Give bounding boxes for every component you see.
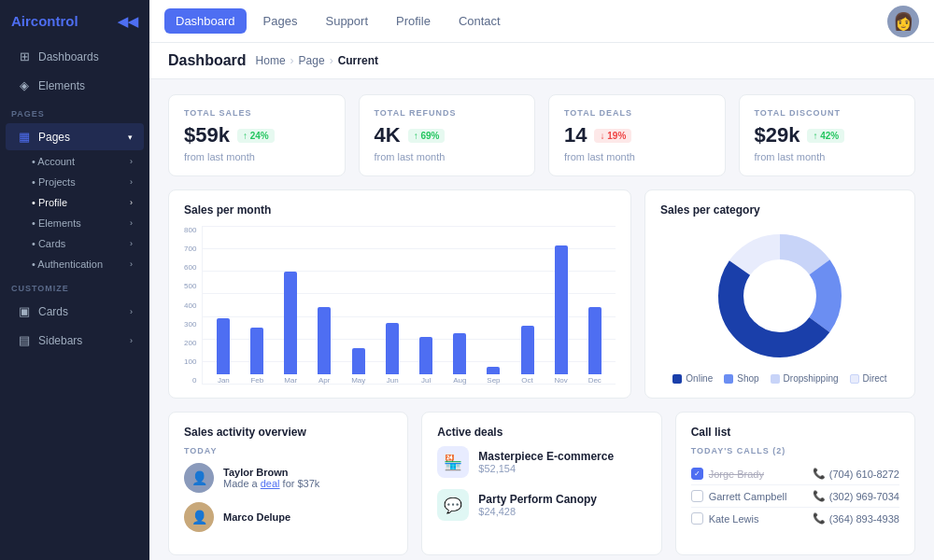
- bar-jul: [419, 337, 432, 374]
- stat-sub: from last month: [184, 151, 330, 162]
- call-list-section-label: TODAY'S CALLS (2): [691, 446, 899, 455]
- nav-link-profile[interactable]: Profile: [385, 8, 442, 34]
- main-content: Dashboard Pages Support Profile Contact …: [149, 0, 934, 560]
- chevron-right-icon: ›: [130, 259, 133, 269]
- call-checkbox-1[interactable]: ✓: [691, 468, 703, 480]
- sidebar-item-label: Sidebars: [38, 334, 82, 347]
- activity-title: Sales activity overview: [184, 426, 392, 439]
- sidebar-sub-account[interactable]: • Account ›: [6, 151, 144, 172]
- sidebar-logo: Aircontrol ◀◀: [0, 0, 149, 42]
- nav-link-pages[interactable]: Pages: [252, 8, 309, 34]
- customize-section-label: CUSTOMIZE: [0, 274, 149, 297]
- breadcrumb-home[interactable]: Home: [256, 54, 286, 67]
- call-checkbox-3[interactable]: [691, 512, 703, 525]
- chevron-right-icon: ›: [130, 336, 133, 345]
- activity-text-2: Marco Delupe: [223, 511, 290, 523]
- chevron-right-icon: ›: [130, 198, 133, 207]
- sidebar-sub-label: • Projects: [32, 176, 76, 188]
- sidebar-item-cards[interactable]: ▣ Cards ›: [6, 298, 144, 325]
- legend-label-dropshipping: Dropshipping: [784, 373, 839, 384]
- sidebar-item-label: Dashboards: [38, 50, 99, 63]
- page-title: Dashboard: [168, 52, 247, 69]
- legend-dot-online: [672, 374, 682, 384]
- bar-feb: [250, 328, 263, 374]
- sidebar-item-dashboards[interactable]: ⊞ Dashboards: [6, 43, 144, 70]
- stat-label: TOTAL DISCOUNT: [755, 108, 900, 118]
- sidebars-icon: ▤: [17, 333, 32, 347]
- phone-icon-1: 📞: [813, 468, 826, 480]
- sidebar-sub-elements[interactable]: • Elements ›: [6, 213, 144, 233]
- stat-card-total-sales: TOTAL SALES $59k ↑ 24% from last month: [168, 94, 346, 176]
- sidebar-collapse-button[interactable]: ◀◀: [118, 14, 138, 29]
- breadcrumb: Home › Page › Current: [256, 54, 378, 67]
- grid-icon: ⊞: [17, 49, 32, 63]
- stat-badge: ↓ 19%: [594, 129, 631, 143]
- sidebar-sub-label: • Cards: [32, 238, 65, 249]
- chevron-right-icon: ›: [130, 307, 133, 316]
- stat-badge: ↑ 42%: [807, 129, 844, 143]
- sidebar-item-label: Elements: [38, 79, 85, 92]
- sidebar-item-sidebars[interactable]: ▤ Sidebars ›: [6, 327, 144, 354]
- bar-chart-card: Sales per month 800 700 600 500 400 300 …: [168, 189, 631, 399]
- deals-title: Active deals: [437, 426, 645, 439]
- activity-avatar-2: 👤: [184, 502, 214, 532]
- call-name-3: Kate Lewis: [709, 513, 759, 525]
- sidebar-sub-label: • Elements: [32, 217, 81, 229]
- svg-point-4: [745, 261, 815, 331]
- donut-legend: Online Shop Dropshipping Direct: [672, 373, 886, 384]
- sidebar-sub-cards[interactable]: • Cards ›: [6, 233, 144, 254]
- activity-link-1[interactable]: deal: [261, 478, 280, 489]
- deal-item-2: 💬 Party Perform Canopy $24,428: [437, 489, 645, 521]
- deal-name-2: Party Perform Canopy: [478, 493, 597, 506]
- legend-dot-direct: [850, 374, 859, 384]
- nav-link-support[interactable]: Support: [314, 8, 379, 34]
- bar-nov: [555, 245, 568, 374]
- chevron-right-icon: ›: [130, 177, 133, 187]
- call-phone-1: 📞 (704) 610-8272: [813, 468, 899, 480]
- activity-name-2: Marco Delupe: [223, 511, 290, 523]
- breadcrumb-sep-2: ›: [330, 54, 333, 67]
- sidebar-item-elements[interactable]: ◈ Elements: [6, 72, 144, 99]
- call-name-2: Garrett Campbell: [709, 491, 787, 502]
- sidebar-sub-authentication[interactable]: • Authentication ›: [6, 254, 144, 274]
- call-item-3: Kate Lewis 📞 (364) 893-4938: [691, 508, 899, 529]
- nav-link-dashboard[interactable]: Dashboard: [164, 8, 247, 34]
- bar-mar: [284, 272, 297, 374]
- sidebar-sub-label: • Authentication: [32, 259, 103, 270]
- bar-jan: [217, 318, 230, 374]
- stat-card-total-deals: TOTAL DEALS 14 ↓ 19% from last month: [548, 94, 726, 176]
- activity-item: 👤 Taylor Brown Made a deal for $37k: [184, 463, 392, 493]
- logo-text: Aircontrol: [11, 13, 78, 29]
- legend-dropshipping: Dropshipping: [771, 373, 839, 384]
- bar-aug: [453, 333, 466, 374]
- sidebar-item-label: Cards: [38, 305, 68, 318]
- deal-name-1: Masterpiece E-commerce: [478, 450, 614, 463]
- bar-may: [352, 348, 365, 374]
- avatar[interactable]: 👩: [887, 6, 919, 37]
- stat-label: TOTAL DEALS: [564, 108, 710, 118]
- donut-chart-title: Sales per category: [660, 203, 899, 217]
- sidebar-sub-label: • Account: [32, 156, 75, 167]
- call-checkbox-2[interactable]: [691, 490, 703, 502]
- deal-icon-1: 🏪: [437, 446, 469, 478]
- stat-badge: ↑ 69%: [408, 129, 446, 143]
- stat-value: $59k: [184, 123, 230, 147]
- sidebar: Aircontrol ◀◀ ⊞ Dashboards ◈ Elements PA…: [0, 0, 149, 560]
- sidebar-sub-projects[interactable]: • Projects ›: [6, 172, 144, 192]
- stat-sub: from last month: [755, 151, 900, 162]
- legend-label-shop: Shop: [737, 373, 758, 384]
- breadcrumb-sep-1: ›: [290, 54, 294, 67]
- stat-value: $29k: [755, 123, 800, 147]
- sidebar-sub-profile[interactable]: • Profile ›: [6, 192, 144, 213]
- sidebar-item-pages[interactable]: ▦ Pages ▾: [6, 123, 144, 150]
- bar-chart-yaxis: 800 700 600 500 400 300 200 100 0: [184, 226, 196, 385]
- breadcrumb-page[interactable]: Page: [299, 54, 325, 67]
- activity-avatar-1: 👤: [184, 463, 214, 493]
- legend-dot-dropshipping: [771, 374, 780, 384]
- page-header: Dashboard Home › Page › Current: [149, 43, 934, 79]
- call-phone-3: 📞 (364) 893-4938: [813, 512, 899, 525]
- legend-shop: Shop: [724, 373, 758, 384]
- deal-amount-1: $52,154: [478, 463, 614, 474]
- deals-card: Active deals 🏪 Masterpiece E-commerce $5…: [421, 412, 661, 555]
- nav-link-contact[interactable]: Contact: [447, 8, 512, 34]
